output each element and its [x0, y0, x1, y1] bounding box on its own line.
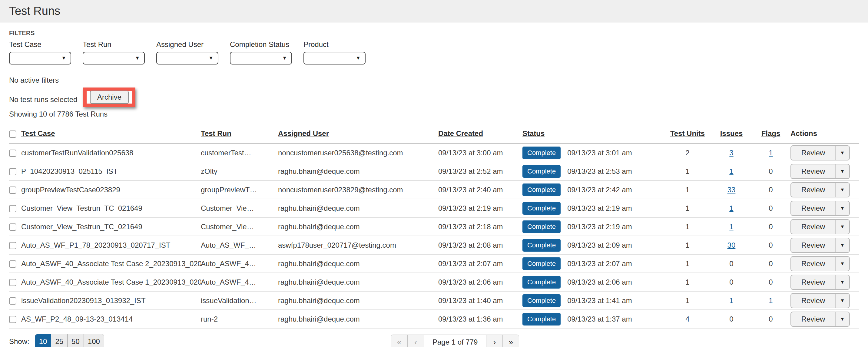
date-created-cell: 09/13/23 at 3:00 am [438, 144, 522, 162]
column-header-assigned-user[interactable]: Assigned User [278, 129, 329, 137]
review-split-button[interactable]: Review ▼ [790, 145, 850, 160]
flags-count[interactable]: 0 [769, 241, 773, 249]
review-button-label[interactable]: Review [791, 312, 835, 326]
review-split-button[interactable]: Review ▼ [790, 275, 850, 290]
review-button-label[interactable]: Review [791, 294, 835, 308]
issues-count[interactable]: 30 [727, 241, 736, 249]
last-page-button[interactable]: » [502, 335, 519, 347]
review-split-button[interactable]: Review ▼ [790, 256, 850, 271]
review-split-button[interactable]: Review ▼ [790, 293, 850, 308]
row-checkbox[interactable] [9, 150, 17, 157]
review-button-label[interactable]: Review [791, 238, 835, 252]
test-units-cell: 1 [663, 291, 712, 310]
filter-select[interactable]: ▼ [156, 52, 218, 64]
chevron-down-icon[interactable]: ▼ [835, 146, 849, 160]
status-cell: Complete 09/13/23 at 2:19 am [522, 220, 663, 233]
filter-select[interactable]: ▼ [230, 52, 292, 64]
select-all-checkbox[interactable] [9, 130, 17, 138]
column-header-issues[interactable]: Issues [720, 129, 743, 137]
review-button-label[interactable]: Review [791, 220, 835, 234]
date-created-cell: 09/13/23 at 1:36 am [438, 310, 522, 328]
review-split-button[interactable]: Review ▼ [790, 219, 850, 234]
assigned-user-cell: raghu.bhairi@deque.com [278, 217, 438, 236]
issues-count[interactable]: 1 [729, 223, 733, 231]
row-checkbox[interactable] [9, 168, 17, 175]
page-size-50-button[interactable]: 50 [67, 334, 84, 347]
flags-count[interactable]: 0 [769, 186, 773, 194]
archive-button[interactable]: Archive [90, 91, 129, 104]
table-row: Auto_ASWF_40_Associate Test Case 1_20230… [9, 273, 859, 291]
next-page-button[interactable]: › [486, 335, 502, 347]
issues-count[interactable]: 3 [729, 149, 733, 157]
issues-count[interactable]: 1 [729, 167, 733, 175]
table-row: Customer_View_Testrun_TC_021649 Customer… [9, 199, 859, 217]
review-button-label[interactable]: Review [791, 201, 835, 215]
issues-count[interactable]: 0 [729, 315, 733, 323]
chevron-down-icon[interactable]: ▼ [835, 294, 849, 308]
flags-count[interactable]: 0 [769, 315, 773, 323]
review-split-button[interactable]: Review ▼ [790, 164, 850, 179]
row-checkbox[interactable] [9, 297, 17, 305]
test-units-cell: 1 [663, 181, 712, 199]
review-split-button[interactable]: Review ▼ [790, 201, 850, 216]
chevron-down-icon[interactable]: ▼ [835, 257, 849, 271]
column-header-date-created[interactable]: Date Created [438, 129, 483, 137]
review-button-label[interactable]: Review [791, 257, 835, 271]
column-header-test-units[interactable]: Test Units [670, 129, 705, 137]
chevron-down-icon[interactable]: ▼ [835, 312, 849, 326]
test-run-cell: groupPreviewT… [201, 181, 278, 199]
flags-count[interactable]: 0 [769, 278, 773, 286]
row-checkbox[interactable] [9, 279, 17, 286]
show-label: Show: [9, 337, 29, 346]
issues-count[interactable]: 1 [729, 204, 733, 212]
row-checkbox[interactable] [9, 223, 17, 231]
test-case-cell: Auto_ASWF_40_Associate Test Case 1_20230… [21, 273, 201, 291]
column-header-status[interactable]: Status [522, 129, 545, 137]
flags-count[interactable]: 0 [769, 223, 773, 231]
flags-count[interactable]: 0 [769, 259, 773, 268]
row-checkbox[interactable] [9, 260, 17, 268]
column-header-test-case[interactable]: Test Case [21, 129, 55, 137]
flags-count[interactable]: 0 [769, 204, 773, 212]
review-split-button[interactable]: Review ▼ [790, 312, 850, 327]
chevron-down-icon[interactable]: ▼ [835, 238, 849, 252]
page-size-10-button[interactable]: 10 [35, 334, 51, 347]
issues-count[interactable]: 0 [729, 278, 733, 286]
filter-select[interactable]: ▼ [304, 52, 366, 64]
page-size-25-button[interactable]: 25 [51, 334, 67, 347]
column-header-flags[interactable]: Flags [762, 129, 780, 137]
review-split-button[interactable]: Review ▼ [790, 238, 850, 253]
flags-count[interactable]: 1 [769, 149, 773, 157]
chevron-down-icon[interactable]: ▼ [835, 201, 849, 215]
chevron-down-icon[interactable]: ▼ [835, 183, 849, 197]
review-split-button[interactable]: Review ▼ [790, 182, 850, 197]
row-checkbox[interactable] [9, 187, 17, 194]
flags-count[interactable]: 1 [769, 296, 773, 305]
chevron-down-icon[interactable]: ▼ [835, 275, 849, 289]
page-size-100-button[interactable]: 100 [84, 334, 104, 347]
chevron-down-icon[interactable]: ▼ [835, 220, 849, 234]
assigned-user-cell: noncustomeruser025638@testing.com [278, 144, 438, 162]
review-button-label[interactable]: Review [791, 275, 835, 289]
row-checkbox[interactable] [9, 242, 17, 249]
issues-count[interactable]: 1 [729, 296, 733, 305]
test-units-cell: 1 [663, 273, 712, 291]
test-runs-table: Test Case Test Run Assigned User Date Cr… [9, 126, 859, 328]
column-header-test-run[interactable]: Test Run [201, 129, 231, 137]
date-created-cell: 09/13/23 at 2:18 am [438, 217, 522, 236]
review-button-label[interactable]: Review [791, 146, 835, 160]
chevron-down-icon[interactable]: ▼ [835, 164, 849, 178]
filter-row: Test Case ▼ Test Run ▼ Assigned User [9, 40, 859, 64]
status-date: 09/13/23 at 2:19 am [567, 223, 632, 231]
row-checkbox[interactable] [9, 205, 17, 212]
previous-page-button[interactable]: ‹ [407, 335, 424, 347]
issues-count[interactable]: 0 [729, 259, 733, 268]
issues-count[interactable]: 33 [727, 186, 736, 194]
row-checkbox[interactable] [9, 316, 17, 323]
filter-select[interactable]: ▼ [83, 52, 145, 64]
flags-count[interactable]: 0 [769, 167, 773, 175]
filter-select[interactable]: ▼ [9, 52, 71, 64]
first-page-button[interactable]: « [391, 335, 407, 347]
review-button-label[interactable]: Review [791, 164, 835, 178]
review-button-label[interactable]: Review [791, 183, 835, 197]
